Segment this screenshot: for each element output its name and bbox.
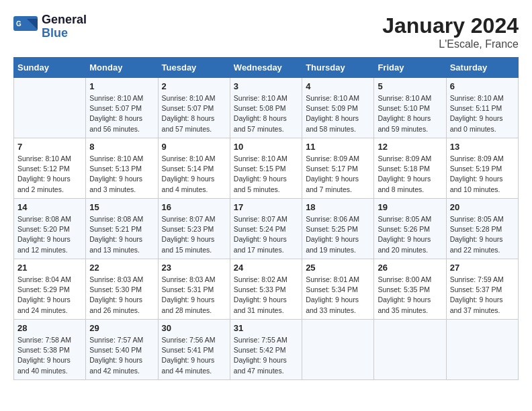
calendar-cell: 4Sunrise: 8:10 AMSunset: 5:09 PMDaylight… — [302, 78, 374, 138]
day-number: 18 — [306, 202, 370, 212]
day-info: Sunrise: 8:10 AMSunset: 5:14 PMDaylight:… — [162, 154, 226, 195]
day-number: 9 — [162, 142, 226, 152]
calendar-cell: 22Sunrise: 8:03 AMSunset: 5:30 PMDayligh… — [86, 259, 158, 320]
calendar-cell: 9Sunrise: 8:10 AMSunset: 5:14 PMDaylight… — [158, 138, 230, 199]
calendar-cell — [374, 320, 446, 380]
day-info: Sunrise: 8:04 AMSunset: 5:29 PMDaylight:… — [17, 275, 82, 316]
day-number: 22 — [89, 263, 154, 273]
calendar-cell: 15Sunrise: 8:08 AMSunset: 5:21 PMDayligh… — [86, 199, 158, 259]
day-info: Sunrise: 8:07 AMSunset: 5:23 PMDaylight:… — [162, 214, 226, 255]
svg-text:G: G — [16, 20, 21, 28]
calendar-week-5: 28Sunrise: 7:58 AMSunset: 5:38 PMDayligh… — [14, 320, 519, 380]
calendar-cell: 10Sunrise: 8:10 AMSunset: 5:15 PMDayligh… — [230, 138, 302, 199]
day-info: Sunrise: 8:10 AMSunset: 5:13 PMDaylight:… — [89, 154, 154, 195]
calendar-cell: 29Sunrise: 7:57 AMSunset: 5:40 PMDayligh… — [86, 320, 158, 380]
calendar-header-row: SundayMondayTuesdayWednesdayThursdayFrid… — [14, 58, 519, 78]
col-header-saturday: Saturday — [446, 58, 518, 78]
day-info: Sunrise: 7:58 AMSunset: 5:38 PMDaylight:… — [17, 335, 82, 376]
day-number: 27 — [450, 263, 515, 273]
day-info: Sunrise: 8:09 AMSunset: 5:18 PMDaylight:… — [378, 154, 442, 195]
day-info: Sunrise: 7:56 AMSunset: 5:41 PMDaylight:… — [162, 335, 226, 376]
day-info: Sunrise: 8:03 AMSunset: 5:31 PMDaylight:… — [162, 275, 226, 316]
day-number: 20 — [450, 202, 515, 212]
day-number: 21 — [17, 263, 82, 273]
calendar-cell: 25Sunrise: 8:01 AMSunset: 5:34 PMDayligh… — [302, 259, 374, 320]
page-header: G General Blue January 2024 L'Escale, Fr… — [13, 13, 519, 50]
day-info: Sunrise: 8:10 AMSunset: 5:15 PMDaylight:… — [234, 154, 298, 195]
calendar-cell — [302, 320, 374, 380]
calendar-cell: 12Sunrise: 8:09 AMSunset: 5:18 PMDayligh… — [374, 138, 446, 199]
calendar-cell: 6Sunrise: 8:10 AMSunset: 5:11 PMDaylight… — [446, 78, 518, 138]
day-info: Sunrise: 8:08 AMSunset: 5:21 PMDaylight:… — [89, 214, 154, 255]
day-number: 6 — [450, 81, 515, 91]
day-number: 29 — [89, 323, 154, 333]
calendar-cell: 31Sunrise: 7:55 AMSunset: 5:42 PMDayligh… — [230, 320, 302, 380]
day-number: 14 — [17, 202, 82, 212]
day-info: Sunrise: 7:55 AMSunset: 5:42 PMDaylight:… — [234, 335, 298, 376]
day-number: 28 — [17, 323, 82, 333]
day-info: Sunrise: 8:08 AMSunset: 5:20 PMDaylight:… — [17, 214, 82, 255]
calendar-cell: 30Sunrise: 7:56 AMSunset: 5:41 PMDayligh… — [158, 320, 230, 380]
calendar-cell: 17Sunrise: 8:07 AMSunset: 5:24 PMDayligh… — [230, 199, 302, 259]
col-header-monday: Monday — [86, 58, 158, 78]
day-number: 13 — [450, 142, 515, 152]
day-info: Sunrise: 8:02 AMSunset: 5:33 PMDaylight:… — [234, 275, 298, 316]
day-number: 31 — [234, 323, 298, 333]
calendar-cell: 11Sunrise: 8:09 AMSunset: 5:17 PMDayligh… — [302, 138, 374, 199]
day-number: 24 — [234, 263, 298, 273]
calendar-table: SundayMondayTuesdayWednesdayThursdayFrid… — [13, 57, 519, 380]
day-number: 30 — [162, 323, 226, 333]
logo: G General Blue — [13, 13, 87, 40]
calendar-cell: 1Sunrise: 8:10 AMSunset: 5:07 PMDaylight… — [86, 78, 158, 138]
day-number: 2 — [162, 81, 226, 91]
calendar-cell: 8Sunrise: 8:10 AMSunset: 5:13 PMDaylight… — [86, 138, 158, 199]
col-header-tuesday: Tuesday — [158, 58, 230, 78]
col-header-friday: Friday — [374, 58, 446, 78]
calendar-week-2: 7Sunrise: 8:10 AMSunset: 5:12 PMDaylight… — [14, 138, 519, 199]
day-info: Sunrise: 8:10 AMSunset: 5:10 PMDaylight:… — [378, 93, 442, 134]
day-info: Sunrise: 8:10 AMSunset: 5:07 PMDaylight:… — [162, 93, 226, 134]
day-info: Sunrise: 8:10 AMSunset: 5:09 PMDaylight:… — [306, 93, 370, 134]
logo-general-text: General — [42, 13, 87, 27]
calendar-cell: 13Sunrise: 8:09 AMSunset: 5:19 PMDayligh… — [446, 138, 518, 199]
calendar-cell: 14Sunrise: 8:08 AMSunset: 5:20 PMDayligh… — [14, 199, 86, 259]
logo-blue-text: Blue — [42, 27, 87, 40]
day-number: 1 — [89, 81, 154, 91]
calendar-cell: 21Sunrise: 8:04 AMSunset: 5:29 PMDayligh… — [14, 259, 86, 320]
logo-icon: G — [13, 16, 39, 38]
day-number: 12 — [378, 142, 442, 152]
col-header-thursday: Thursday — [302, 58, 374, 78]
day-info: Sunrise: 8:10 AMSunset: 5:12 PMDaylight:… — [17, 154, 82, 195]
calendar-cell: 23Sunrise: 8:03 AMSunset: 5:31 PMDayligh… — [158, 259, 230, 320]
calendar-week-3: 14Sunrise: 8:08 AMSunset: 5:20 PMDayligh… — [14, 199, 519, 259]
calendar-cell: 18Sunrise: 8:06 AMSunset: 5:25 PMDayligh… — [302, 199, 374, 259]
calendar-cell — [446, 320, 518, 380]
calendar-cell: 24Sunrise: 8:02 AMSunset: 5:33 PMDayligh… — [230, 259, 302, 320]
day-info: Sunrise: 8:09 AMSunset: 5:17 PMDaylight:… — [306, 154, 370, 195]
calendar-cell: 19Sunrise: 8:05 AMSunset: 5:26 PMDayligh… — [374, 199, 446, 259]
calendar-cell: 28Sunrise: 7:58 AMSunset: 5:38 PMDayligh… — [14, 320, 86, 380]
day-info: Sunrise: 8:05 AMSunset: 5:26 PMDaylight:… — [378, 214, 442, 255]
calendar-cell: 20Sunrise: 8:05 AMSunset: 5:28 PMDayligh… — [446, 199, 518, 259]
day-number: 19 — [378, 202, 442, 212]
page-title: January 2024 — [382, 13, 519, 38]
day-number: 26 — [378, 263, 442, 273]
day-number: 8 — [89, 142, 154, 152]
day-info: Sunrise: 8:10 AMSunset: 5:07 PMDaylight:… — [89, 93, 154, 134]
day-info: Sunrise: 8:05 AMSunset: 5:28 PMDaylight:… — [450, 214, 515, 255]
day-number: 4 — [306, 81, 370, 91]
day-number: 17 — [234, 202, 298, 212]
day-number: 10 — [234, 142, 298, 152]
day-info: Sunrise: 8:01 AMSunset: 5:34 PMDaylight:… — [306, 275, 370, 316]
calendar-cell: 2Sunrise: 8:10 AMSunset: 5:07 PMDaylight… — [158, 78, 230, 138]
calendar-cell: 7Sunrise: 8:10 AMSunset: 5:12 PMDaylight… — [14, 138, 86, 199]
day-info: Sunrise: 8:00 AMSunset: 5:35 PMDaylight:… — [378, 275, 442, 316]
calendar-cell: 5Sunrise: 8:10 AMSunset: 5:10 PMDaylight… — [374, 78, 446, 138]
calendar-cell — [14, 78, 86, 138]
calendar-cell: 3Sunrise: 8:10 AMSunset: 5:08 PMDaylight… — [230, 78, 302, 138]
day-info: Sunrise: 7:59 AMSunset: 5:37 PMDaylight:… — [450, 275, 515, 316]
day-info: Sunrise: 8:09 AMSunset: 5:19 PMDaylight:… — [450, 154, 515, 195]
day-number: 7 — [17, 142, 82, 152]
col-header-sunday: Sunday — [14, 58, 86, 78]
day-info: Sunrise: 8:07 AMSunset: 5:24 PMDaylight:… — [234, 214, 298, 255]
